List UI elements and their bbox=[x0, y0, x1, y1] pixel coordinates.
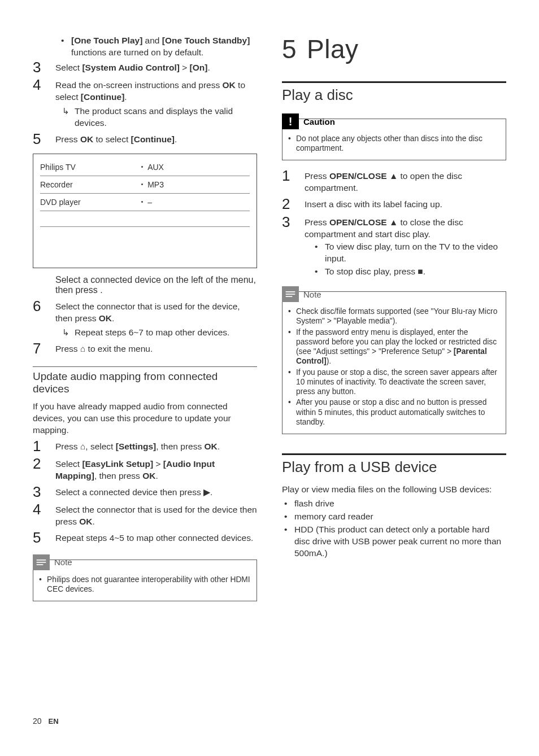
step-d3: 3 Press OPEN/CLOSE ▲ to close the disc c… bbox=[282, 215, 506, 279]
note-item: Check disc/file formats supported (see "… bbox=[288, 307, 500, 326]
step-d1: 1 Press OPEN/CLOSE ▲ to open the disc co… bbox=[282, 168, 506, 194]
device-mapping-table: Philips TV AUX Recorder MP3 DVD player – bbox=[33, 154, 257, 268]
chapter-title: 5Play bbox=[282, 34, 506, 64]
subheading-update-mapping: Update audio mapping from connected devi… bbox=[33, 370, 257, 395]
step-3: 3 Select [System Audio Control] > [On]. bbox=[33, 60, 257, 75]
step-c5: 5 Repeat steps 4~5 to map other connecte… bbox=[33, 530, 257, 545]
usb-bullet: HDD (This product can detect only a port… bbox=[282, 524, 506, 560]
section-play-usb: Play from a USB device bbox=[282, 458, 506, 476]
note-box-left: Note Philips does not guarantee interope… bbox=[33, 560, 257, 601]
svg-rect-0 bbox=[37, 560, 46, 561]
bullet-default: [One Touch Play] and [One Touch Standby]… bbox=[59, 35, 257, 59]
table-row: DVD player – bbox=[40, 194, 250, 211]
svg-rect-3 bbox=[286, 291, 295, 292]
step-c4: 4 Select the connector that is used for … bbox=[33, 502, 257, 528]
bullet-d3a: To view disc play, turn on the TV to the… bbox=[305, 241, 506, 265]
svg-rect-1 bbox=[37, 562, 46, 563]
table-row: Philips TV AUX bbox=[40, 159, 250, 176]
step-c1: 1 Press ⌂, select [Settings], then press… bbox=[33, 439, 257, 454]
section-play-disc: Play a disc bbox=[282, 86, 506, 104]
caution-icon: ! bbox=[282, 113, 299, 129]
svg-rect-4 bbox=[286, 294, 295, 295]
step-5: 5 Press OK to select [Continue]. bbox=[33, 132, 257, 147]
note-item: If the password entry menu is displayed,… bbox=[288, 327, 500, 366]
note-item: After you pause or stop a disc and no bu… bbox=[288, 397, 500, 427]
svg-rect-2 bbox=[37, 564, 44, 565]
step-6: 6 Select the connector that is used for … bbox=[33, 299, 257, 339]
page-footer: 20EN bbox=[33, 716, 59, 726]
caution-text: Do not place any objects other than disc… bbox=[288, 134, 500, 153]
note-item: If you pause or stop a disc, the screen … bbox=[288, 368, 500, 397]
steps-b-intro: Select a connected device on the left of… bbox=[33, 275, 257, 295]
note-text: Philips does not guarantee interoperabil… bbox=[39, 575, 251, 594]
section2-para: Play or view media files on the followin… bbox=[282, 484, 506, 496]
note-icon bbox=[282, 286, 299, 302]
usb-bullet: memory card reader bbox=[282, 511, 506, 523]
svg-rect-5 bbox=[286, 296, 293, 298]
table-row bbox=[40, 227, 250, 243]
note-icon bbox=[33, 554, 50, 570]
table-row: Recorder MP3 bbox=[40, 176, 250, 194]
bullet-d3b: To stop disc play, press ■. bbox=[305, 266, 506, 278]
table-row bbox=[40, 211, 250, 227]
left-column: [One Touch Play] and [One Touch Standby]… bbox=[33, 34, 257, 609]
right-column: 5Play Play a disc ! Caution Do not place… bbox=[282, 34, 506, 609]
note-box-right: Note Check disc/file formats supported (… bbox=[282, 291, 506, 434]
sub-para: If you have already mapped audio from co… bbox=[33, 401, 257, 436]
step-7: 7 Press ⌂ to exit the menu. bbox=[33, 341, 257, 356]
step-4: 4 Read the on-screen instructions and pr… bbox=[33, 77, 257, 129]
usb-bullet: flash drive bbox=[282, 498, 506, 510]
step-c2: 2 Select [EasyLink Setup] > [Audio Input… bbox=[33, 456, 257, 482]
caution-box: ! Caution Do not place any objects other… bbox=[282, 119, 506, 160]
step-c3: 3 Select a connected device then press ▶… bbox=[33, 484, 257, 500]
step-d2: 2 Insert a disc with its label facing up… bbox=[282, 196, 506, 212]
